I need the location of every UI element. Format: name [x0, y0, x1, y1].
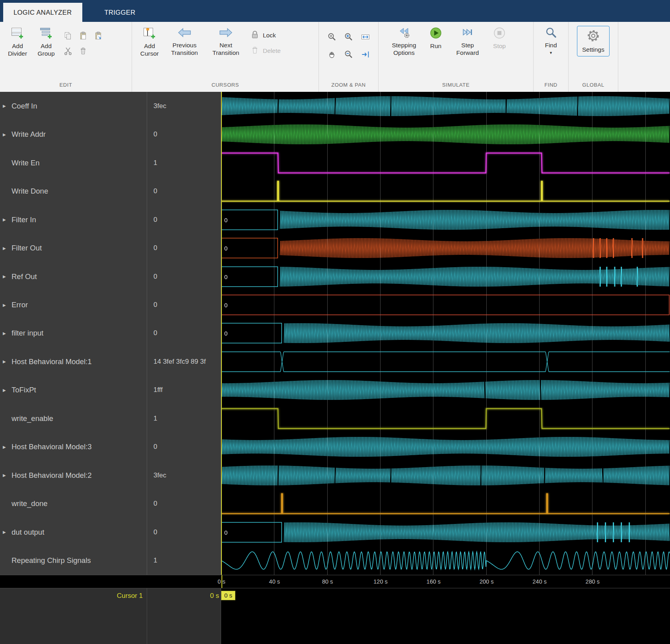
signal-waveform-row[interactable]	[221, 518, 670, 546]
tab-bar: LOGIC ANALYZER TRIGGER	[0, 0, 670, 22]
signal-name: Error	[12, 301, 28, 309]
signal-waveform-row[interactable]	[221, 347, 670, 376]
signal-name: Write Addr	[12, 130, 46, 139]
zoom-to-cursor-button[interactable]	[359, 48, 372, 61]
stepping-options-button[interactable]: Stepping Options	[385, 25, 423, 58]
tab-trigger[interactable]: TRIGGER	[94, 3, 146, 22]
signal-waveform-row[interactable]	[221, 404, 670, 433]
expand-arrow-icon[interactable]: ▶	[3, 104, 12, 108]
zoom-in-icon	[344, 32, 353, 42]
signal-names-column: ▶Coeff In▶Write AddrWrite EnWrite Done▶F…	[0, 92, 147, 575]
pan-button[interactable]	[326, 48, 338, 61]
delete-cursor-icon	[251, 46, 259, 56]
signal-name-row[interactable]: ▶Error	[0, 291, 147, 319]
cut-button[interactable]	[62, 45, 74, 57]
expand-arrow-icon[interactable]: ▶	[3, 473, 12, 477]
signal-waveform-row[interactable]	[221, 319, 670, 347]
signal-value: 0	[147, 206, 221, 234]
signal-name: Filter In	[12, 215, 36, 224]
add-cursor-label: Add Cursor	[138, 43, 161, 58]
expand-arrow-icon[interactable]: ▶	[3, 246, 12, 250]
expand-arrow-icon[interactable]: ▶	[3, 274, 12, 279]
add-group-button[interactable]: Add Group	[32, 25, 60, 59]
signal-waveform-row[interactable]	[221, 177, 670, 205]
signal-name-row[interactable]: ▶Host Behavioral Model:3	[0, 433, 147, 461]
next-transition-button[interactable]: Next Transition	[205, 25, 247, 58]
paste-special-button[interactable]	[92, 29, 105, 42]
signal-waveform-row[interactable]	[221, 262, 670, 291]
tab-logic-analyzer[interactable]: LOGIC ANALYZER	[3, 3, 82, 22]
toolbar-section-simulate: Stepping Options Run Step Forward	[379, 22, 534, 92]
expand-arrow-icon[interactable]: ▶	[3, 132, 12, 137]
stop-icon	[493, 27, 506, 41]
signal-waveform-row[interactable]	[221, 149, 670, 177]
stop-button[interactable]: Stop	[491, 25, 508, 52]
zoom-in-button[interactable]	[342, 31, 355, 43]
signal-value: 1fff	[147, 376, 221, 404]
cursor-1-line[interactable]	[221, 92, 222, 575]
paste-button[interactable]	[77, 29, 89, 42]
step-forward-button[interactable]: Step Forward	[449, 25, 487, 58]
delete-rows-button[interactable]	[77, 45, 89, 57]
add-divider-button[interactable]: Add Divider	[3, 25, 32, 59]
previous-transition-button[interactable]: Previous Transition	[164, 25, 205, 58]
run-icon	[429, 27, 442, 41]
signal-waveform-row[interactable]	[221, 547, 670, 575]
expand-arrow-icon[interactable]: ▶	[3, 331, 12, 336]
signal-waveform-row[interactable]	[221, 291, 670, 319]
cursor-1-time-box[interactable]: 0 s	[221, 591, 235, 600]
expand-arrow-icon[interactable]: ▶	[3, 445, 12, 449]
signal-name-row[interactable]: write_enable	[0, 404, 147, 433]
run-button[interactable]: Run	[427, 25, 445, 52]
signal-waveform-row[interactable]	[221, 92, 670, 120]
copy-button[interactable]	[62, 29, 74, 42]
logic-analyzer-window: LOGIC ANALYZER TRIGGER Add Divider	[0, 0, 670, 644]
signal-name-row[interactable]: ▶filter input	[0, 319, 147, 347]
signal-name-row[interactable]: Repeating Chirp Signals	[0, 547, 147, 575]
waveform-canvas	[221, 521, 670, 544]
find-button[interactable]: Find ▼	[542, 25, 559, 57]
signal-name-row[interactable]: ▶ToFixPt	[0, 376, 147, 404]
waveform-canvas	[221, 407, 670, 430]
signal-waveform-row[interactable]	[221, 490, 670, 518]
signal-name-row[interactable]: ▶Host Behavioral Model:2	[0, 461, 147, 489]
signal-name-row[interactable]: ▶Filter Out	[0, 234, 147, 262]
signal-name-row[interactable]: ▶dut output	[0, 518, 147, 546]
signal-value: 0	[147, 234, 221, 262]
time-tick-label: 240 s	[532, 578, 546, 585]
signal-name-row[interactable]: ▶Ref Out	[0, 262, 147, 291]
settings-button[interactable]: Settings	[580, 27, 607, 55]
signal-value: 3fec	[147, 461, 221, 489]
signal-name-row[interactable]: Write En	[0, 149, 147, 177]
lock-cursor-button[interactable]: Lock	[251, 30, 281, 41]
signal-waveform-row[interactable]	[221, 206, 670, 234]
run-label: Run	[430, 43, 441, 50]
expand-arrow-icon[interactable]: ▶	[3, 530, 12, 534]
next-transition-label: Next Transition	[208, 42, 244, 57]
signal-waveform-row[interactable]	[221, 433, 670, 461]
cursor-1-time: 0 s	[147, 588, 221, 644]
add-cursor-button[interactable]: Add Cursor	[135, 25, 164, 59]
signal-waveform-row[interactable]	[221, 376, 670, 404]
cursor-bar: Cursor 1 0 s 0 s	[0, 588, 670, 644]
signal-waveform-row[interactable]	[221, 120, 670, 148]
cursor-1-time-text: 0 s	[210, 592, 219, 644]
signal-name-row[interactable]: write_done	[0, 490, 147, 518]
zoom-in-time-button[interactable]	[326, 31, 338, 43]
signal-name-row[interactable]: Write Done	[0, 177, 147, 205]
zoom-out-button[interactable]	[342, 48, 355, 61]
signal-waveform-row[interactable]	[221, 234, 670, 262]
expand-arrow-icon[interactable]: ▶	[3, 303, 12, 307]
expand-arrow-icon[interactable]: ▶	[3, 359, 12, 364]
signal-name-row[interactable]: ▶Write Addr	[0, 120, 147, 148]
expand-arrow-icon[interactable]: ▶	[3, 388, 12, 392]
waveform-area[interactable]	[221, 92, 670, 575]
signal-name-row[interactable]: ▶Coeff In	[0, 92, 147, 120]
signal-name-row[interactable]: ▶Filter In	[0, 206, 147, 234]
delete-cursor-button[interactable]: Delete	[251, 46, 281, 56]
signal-name-row[interactable]: ▶Host Behavioral Model:1	[0, 347, 147, 376]
signal-value: 1	[147, 404, 221, 433]
signal-waveform-row[interactable]	[221, 461, 670, 489]
fit-to-view-button[interactable]	[359, 31, 372, 43]
expand-arrow-icon[interactable]: ▶	[3, 217, 12, 222]
